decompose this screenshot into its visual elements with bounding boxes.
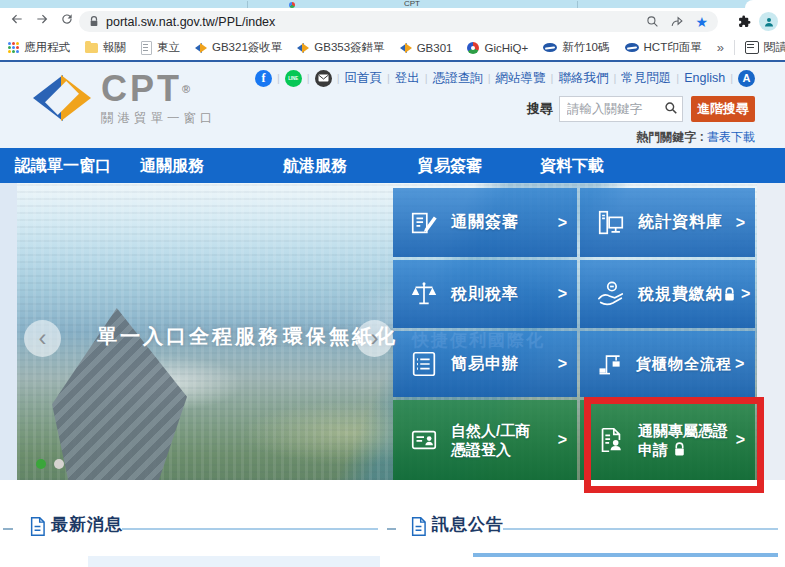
bookmark-apps[interactable]: 應用程式 [8, 40, 70, 55]
cpt-logo[interactable]: CPT® 關港貿單一窗口 [33, 71, 217, 127]
hot-keyword-link[interactable]: 書表下載 [707, 130, 755, 144]
bookmark-item[interactable]: GB353簽錯單 [297, 40, 384, 55]
advanced-search-button[interactable]: 進階搜尋 [691, 96, 755, 122]
bookmark-item[interactable]: GB321簽收單 [195, 40, 282, 55]
search-row: 搜尋 進階搜尋 [255, 96, 755, 122]
bookmark-item[interactable]: 東立 [141, 40, 180, 55]
link-faq[interactable]: 常見問題 [621, 70, 671, 87]
active-tab[interactable] [745, 0, 785, 8]
hct-favicon [625, 43, 639, 52]
link-cert-query[interactable]: 憑證查詢 [433, 70, 483, 87]
reading-list-button[interactable]: 閱讀清 [745, 40, 785, 55]
logo-subtitle: 關港貿單一窗口 [101, 110, 217, 127]
slide-text-1: 單一入口全程服務 [97, 323, 281, 350]
carousel-dot[interactable] [54, 459, 64, 469]
scale-icon [409, 279, 439, 309]
divider [3, 528, 13, 530]
tile-arrow: > [558, 431, 567, 449]
lock-icon [89, 15, 99, 28]
link-english[interactable]: English [684, 71, 725, 85]
contract-icon [409, 208, 439, 238]
bookmark-folder[interactable]: 報關 [85, 40, 126, 55]
carousel-dot-active[interactable] [36, 459, 46, 469]
share-icon[interactable] [670, 15, 684, 28]
accessibility-icon[interactable]: A [738, 70, 755, 87]
facebook-icon[interactable]: f [255, 70, 272, 87]
annotation-highlight-box [584, 397, 764, 493]
tab-separator [247, 1, 248, 8]
carousel-prev-button[interactable]: ‹ [24, 320, 61, 357]
cpt-favicon [297, 42, 309, 54]
news-panel-edge [88, 556, 380, 567]
link-contact[interactable]: 聯絡我們 [558, 70, 608, 87]
profile-avatar[interactable] [759, 12, 778, 31]
bookmarks-bar: 應用程式 報關 東立 GB321簽收單 GB353簽錯單 GB301 GicHi… [0, 35, 785, 60]
computer-icon [596, 208, 626, 238]
tile-statistics-database[interactable]: 統計資料庫 > [580, 188, 755, 257]
browser-toolbar: portal.sw.nat.gov.tw/PPL/index ★ [0, 8, 785, 35]
tab-separator [577, 1, 578, 8]
crane-icon [596, 350, 624, 378]
bulletin-doc-icon [411, 517, 426, 540]
divider [503, 528, 778, 530]
nav-download[interactable]: 資料下載 [540, 156, 604, 177]
bookmark-item[interactable]: GB301 [400, 42, 453, 54]
reading-list-icon [745, 41, 759, 54]
nav-port[interactable]: 航港服務 [283, 156, 347, 177]
tile-customs-clearance[interactable]: 通關簽審 > [393, 188, 577, 257]
tile-arrow: > [558, 355, 567, 373]
bookmark-item[interactable]: 新竹10碼 [543, 40, 609, 55]
lock-icon [723, 287, 736, 302]
bookmark-item[interactable]: HCT印面單 [625, 40, 702, 55]
zoom-icon[interactable] [646, 15, 659, 28]
bookmarks-overflow-chevron[interactable]: » [717, 40, 724, 55]
site-header: CPT® 關港貿單一窗口 f | LINE | | 回首頁 | 登出 | 憑證查… [0, 62, 785, 148]
extensions-icon[interactable] [738, 14, 751, 32]
reload-button[interactable] [58, 12, 76, 30]
back-button[interactable] [8, 12, 26, 30]
browser-window: CPT portal.sw.nat.gov.tw/PPL/index [0, 0, 785, 567]
list-icon [409, 349, 439, 379]
gichiq-favicon [467, 42, 479, 54]
line-icon[interactable]: LINE [285, 70, 302, 87]
nav-trade[interactable]: 貿易簽審 [418, 156, 482, 177]
nav-customs[interactable]: 通關服務 [140, 156, 204, 177]
tile-arrow: > [736, 214, 745, 232]
bookmark-star-icon[interactable]: ★ [695, 15, 708, 29]
url-text[interactable]: portal.sw.nat.gov.tw/PPL/index [106, 15, 635, 29]
document-icon [141, 41, 152, 55]
quick-links-row: f | LINE | | 回首頁 | 登出 | 憑證查詢 | 網站導覽 | 聯絡… [255, 68, 755, 88]
news-doc-icon [30, 517, 45, 540]
id-card-icon [409, 425, 439, 455]
link-sitemap[interactable]: 網站導覽 [496, 70, 546, 87]
folder-icon [85, 43, 98, 53]
tab-title[interactable]: CPT [404, 0, 420, 8]
tile-arrow: > [558, 214, 567, 232]
nav-about[interactable]: 認識單一窗口 [15, 156, 111, 177]
address-bar[interactable]: portal.sw.nat.gov.tw/PPL/index ★ [79, 11, 718, 32]
tile-easy-application[interactable]: 簡易申辦 > [393, 331, 577, 397]
header-right: f | LINE | | 回首頁 | 登出 | 憑證查詢 | 網站導覽 | 聯絡… [255, 68, 755, 146]
tile-tariff-rates[interactable]: 稅則稅率 > [393, 260, 577, 328]
cpt-favicon [195, 42, 207, 54]
tile-container-full-flow[interactable]: 貨櫃物全流程 > [580, 331, 755, 397]
forward-button[interactable] [33, 12, 51, 30]
link-home[interactable]: 回首頁 [344, 70, 382, 87]
bulletin-tab-underline [473, 553, 778, 557]
bulletin-section-title: 訊息公告 [432, 513, 504, 536]
tile-tax-fee-payment[interactable]: 稅規費繳納 > [580, 260, 755, 328]
page-gutter [0, 183, 17, 480]
cpt-favicon [400, 42, 412, 54]
tile-citizen-cert-login[interactable]: 自然人/工商憑證登入 > [393, 400, 577, 480]
search-icon[interactable] [664, 101, 678, 119]
hct-favicon [543, 43, 557, 52]
link-logout[interactable]: 登出 [395, 70, 420, 87]
bookmarks-right-group: » 閱讀清 [717, 40, 785, 55]
mail-icon[interactable] [315, 70, 332, 87]
hot-keywords-row: 熱門關鍵字 : 書表下載 [255, 129, 755, 146]
carousel-next-button[interactable]: › [356, 320, 393, 357]
cpt-logo-icon [33, 71, 91, 125]
bookmark-item[interactable]: GicHiQ+ [467, 42, 528, 54]
tile-arrow: > [558, 285, 567, 303]
hand-coin-icon [596, 279, 626, 309]
